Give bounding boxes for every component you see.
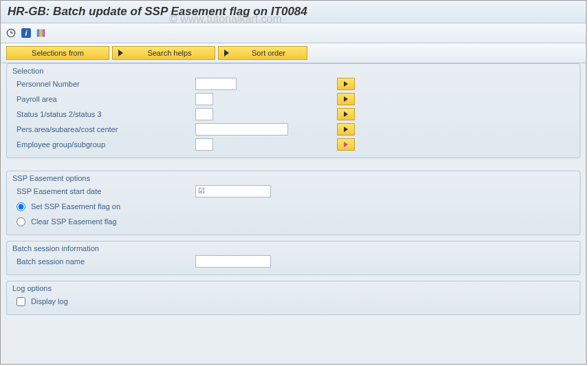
- status-multiselect-button[interactable]: [337, 108, 355, 120]
- arrow-right-icon: [344, 142, 348, 147]
- variant-icon[interactable]: [35, 27, 47, 39]
- payroll-area-multiselect-button[interactable]: [337, 93, 355, 105]
- content-area: Selection Personnel Number Payroll area: [1, 63, 586, 365]
- personnel-number-multiselect-button[interactable]: [337, 78, 355, 90]
- svg-rect-4: [40, 30, 42, 36]
- pers-area-multiselect-button[interactable]: [337, 123, 355, 136]
- group-selection-title: Selection: [7, 64, 580, 76]
- ssp-start-date-label: SSP Easement start date: [12, 187, 195, 195]
- group-ssp-title: SSP Easement options: [7, 171, 580, 184]
- arrow-right-icon: [344, 127, 348, 132]
- status-input[interactable]: [195, 108, 213, 120]
- group-selection: Selection Personnel Number Payroll area: [6, 63, 580, 158]
- sort-order-label: Sort order: [236, 49, 301, 57]
- page-title: HR-GB: Batch update of SSP Easement flag…: [8, 5, 307, 18]
- ssp-clear-radio[interactable]: Clear SSP Easement flag: [7, 214, 580, 229]
- arrow-right-icon: [344, 111, 348, 117]
- arrow-right-icon: [344, 81, 348, 87]
- svg-rect-5: [43, 30, 45, 36]
- selections-from-button[interactable]: Selections from: [6, 46, 109, 60]
- display-log-checkbox-input[interactable]: [17, 297, 25, 306]
- selections-from-label: Selections from: [32, 49, 84, 57]
- batch-session-name-label: Batch session name: [12, 257, 195, 266]
- application-toolbar: Selections from Search helps Sort order: [1, 43, 586, 63]
- title-bar: HR-GB: Batch update of SSP Easement flag…: [1, 1, 586, 23]
- ssp-clear-radio-input[interactable]: [17, 217, 25, 226]
- payroll-area-label: Payroll area: [12, 95, 195, 103]
- personnel-number-input[interactable]: [195, 78, 237, 90]
- personnel-number-label: Personnel Number: [12, 80, 195, 88]
- ssp-set-on-radio[interactable]: Set SSP Easement flag on: [7, 199, 580, 214]
- batch-session-name-input[interactable]: [195, 255, 271, 268]
- display-log-label: Display log: [31, 297, 68, 305]
- svg-rect-3: [37, 30, 39, 36]
- sort-order-button[interactable]: Sort order: [218, 46, 307, 60]
- ssp-clear-label: Clear SSP Easement flag: [31, 217, 117, 226]
- arrow-right-icon: [224, 50, 229, 56]
- execute-icon[interactable]: [5, 27, 17, 39]
- group-log: Log options Display log: [6, 281, 580, 315]
- emp-group-multiselect-button[interactable]: [337, 138, 355, 151]
- pers-area-label: Pers.area/subarea/cost center: [12, 125, 195, 133]
- display-log-checkbox[interactable]: Display log: [7, 294, 580, 309]
- ssp-start-date-input[interactable]: [195, 185, 271, 197]
- group-log-title: Log options: [7, 281, 580, 294]
- pers-area-input[interactable]: [195, 123, 288, 136]
- ssp-set-on-radio-input[interactable]: [17, 202, 25, 211]
- search-helps-button[interactable]: Search helps: [112, 46, 215, 60]
- group-ssp: SSP Easement options SSP Easement start …: [6, 171, 580, 235]
- search-helps-label: Search helps: [130, 49, 209, 57]
- emp-group-label: Employee group/subgroup: [12, 140, 195, 149]
- group-batch: Batch session information Batch session …: [6, 241, 580, 275]
- status-label: Status 1/status 2/status 3: [12, 110, 195, 118]
- group-batch-title: Batch session information: [7, 241, 580, 254]
- emp-group-input[interactable]: [195, 138, 213, 151]
- ssp-set-on-label: Set SSP Easement flag on: [31, 202, 120, 211]
- standard-toolbar: i: [1, 23, 586, 43]
- program-info-icon[interactable]: i: [20, 27, 32, 39]
- arrow-right-icon: [118, 50, 123, 56]
- payroll-area-input[interactable]: [195, 93, 213, 105]
- arrow-right-icon: [344, 96, 348, 102]
